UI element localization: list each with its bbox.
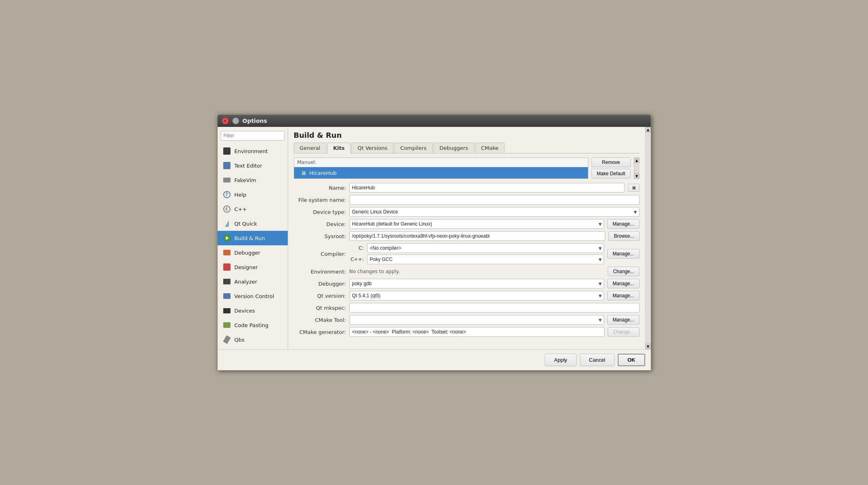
sidebar-label-build-run: Build & Run [235, 235, 265, 241]
sidebar-item-designer[interactable]: Designer [218, 260, 288, 274]
compiler-manage-button[interactable]: Manage... [607, 249, 639, 259]
tab-compilers[interactable]: Compilers [394, 143, 432, 153]
debugger-select[interactable]: poky gdb [349, 279, 604, 288]
debugger-row: Debugger: poky gdb ▼ Manage... [294, 279, 640, 288]
sidebar-item-help[interactable]: ? Help [218, 187, 288, 202]
qt-version-label: Qt version: [294, 293, 346, 299]
debugger-icon [222, 248, 231, 257]
environment-icon [222, 147, 231, 155]
device-type-row: Device type: Generic Linux Device ▼ [294, 207, 640, 217]
sidebar-item-debugger[interactable]: Debugger [218, 245, 288, 260]
cmake-tool-select-wrapper: ▼ [349, 315, 604, 325]
tab-kits[interactable]: Kits [327, 143, 351, 153]
sidebar-item-devices[interactable]: Devices [218, 303, 288, 318]
sidebar-item-fakevim[interactable]: FakeVim [218, 173, 288, 187]
code-pasting-icon [222, 321, 231, 330]
compiler-cpp-label: C++: [349, 257, 364, 262]
sidebar-item-build-run[interactable]: Build & Run [218, 231, 288, 245]
ok-button[interactable]: OK [618, 354, 645, 366]
compiler-c-select[interactable]: <No compiler> [367, 243, 604, 253]
kit-list-area: Manuel: 🖥 HicareHub Remove Make Default … [294, 158, 640, 179]
sidebar-label-version-control: Version Control [235, 293, 274, 299]
filesystem-name-label: File system name: [294, 197, 346, 203]
sidebar-label-cpp: C++ [235, 206, 247, 212]
cpp-icon: C [222, 205, 231, 213]
debugger-select-wrapper: poky gdb ▼ [349, 279, 604, 288]
qt-mkspec-input[interactable] [349, 303, 640, 313]
compiler-cpp-select-wrapper: Poky GCC ▼ [367, 255, 604, 264]
filesystem-name-input[interactable] [349, 195, 640, 205]
filter-input[interactable] [221, 131, 284, 141]
cancel-button[interactable]: Cancel [580, 354, 615, 366]
compiler-cpp-select[interactable]: Poky GCC [367, 255, 604, 264]
bottom-bar: Apply Cancel OK [218, 349, 651, 370]
devices-icon [222, 306, 231, 315]
section-title: Build & Run [294, 131, 640, 139]
tab-debuggers[interactable]: Debuggers [434, 143, 474, 153]
kit-list-item[interactable]: 🖥 HicareHub [294, 167, 588, 178]
sidebar-label-code-pasting: Code Pasting [235, 322, 269, 328]
qt-version-row: Qt version: Qt 5.4.1 (qt5) ▼ Manage... [294, 291, 640, 301]
name-label: Name: [294, 185, 346, 191]
environment-value: No changes to apply. [349, 269, 605, 274]
build-run-icon [222, 234, 231, 242]
sidebar-label-qt-quick: Qt Quick [235, 221, 257, 227]
apply-button[interactable]: Apply [545, 354, 577, 366]
sysroot-label: Sysroot: [294, 233, 346, 239]
tab-general[interactable]: General [294, 143, 326, 153]
device-manage-button[interactable]: Manage... [607, 219, 639, 229]
cmake-tool-manage-button[interactable]: Manage... [607, 315, 639, 325]
debugger-manage-button[interactable]: Manage... [607, 279, 639, 288]
device-type-select[interactable]: Generic Linux Device [349, 207, 640, 217]
cmake-tool-select[interactable] [349, 315, 604, 325]
device-label: Device: [294, 221, 346, 227]
sidebar-item-cpp[interactable]: C C++ [218, 202, 288, 216]
sidebar-item-code-pasting[interactable]: Code Pasting [218, 318, 288, 332]
main-scrollbar-down[interactable]: ▼ [645, 344, 651, 349]
name-monitor-button[interactable]: 🖥 [628, 184, 640, 192]
remove-button[interactable]: Remove [592, 158, 631, 167]
sysroot-input[interactable] [349, 231, 606, 241]
sidebar-item-qbs[interactable]: Qbs [218, 332, 288, 347]
close-button[interactable]: ✕ [222, 117, 229, 124]
qt-version-manage-button[interactable]: Manage... [607, 291, 639, 301]
scrollbar-down-button[interactable]: ▼ [634, 173, 640, 179]
scrollbar-up-button[interactable]: ▲ [634, 158, 640, 163]
sysroot-row: Sysroot: Browse... [294, 231, 640, 241]
sidebar-item-qt-quick[interactable]: Qt Quick [218, 216, 288, 231]
sidebar-item-environment[interactable]: Environment [218, 144, 288, 158]
cmake-generator-input[interactable] [349, 327, 605, 337]
name-input[interactable] [349, 183, 625, 193]
compiler-c-row: C: <No compiler> ▼ [349, 243, 604, 253]
sidebar-item-version-control[interactable]: Version Control [218, 289, 288, 303]
tabs-bar: General Kits Qt Versions Compilers Debug… [294, 143, 640, 153]
make-default-button[interactable]: Make Default [592, 169, 631, 178]
sidebar-item-text-editor[interactable]: Text Editor [218, 158, 288, 173]
kit-list-scrollbar[interactable]: ▲ ▼ [634, 158, 640, 179]
sidebar: Environment Text Editor FakeVim ? Help [218, 127, 288, 349]
sidebar-label-text-editor: Text Editor [235, 163, 262, 169]
minimize-button[interactable] [232, 117, 239, 124]
compiler-cpp-row: C++: Poky GCC ▼ [349, 255, 604, 264]
main-scrollbar-up[interactable]: ▲ [645, 127, 651, 133]
sysroot-browse-button[interactable]: Browse... [608, 231, 639, 241]
designer-icon [222, 263, 231, 272]
environment-change-button[interactable]: Change... [608, 267, 639, 276]
main-scrollbar[interactable]: ▲ ▼ [645, 127, 651, 349]
tab-qt-versions[interactable]: Qt Versions [351, 143, 393, 153]
qt-version-select-wrapper: Qt 5.4.1 (qt5) ▼ [349, 291, 604, 301]
sidebar-label-environment: Environment [235, 148, 268, 154]
tab-cmake[interactable]: CMake [475, 143, 505, 153]
sidebar-item-analyzer[interactable]: Analyzer [218, 274, 288, 289]
qt-mkspec-label: Qt mkspec: [294, 305, 346, 311]
qbs-icon [222, 335, 231, 344]
cmake-generator-change-button[interactable]: Change... [608, 327, 639, 337]
sidebar-label-designer: Designer [235, 264, 258, 270]
cmake-generator-label: CMake generator: [294, 329, 346, 335]
kit-list: Manuel: 🖥 HicareHub [294, 158, 588, 179]
cmake-tool-row: CMake Tool: ▼ Manage... [294, 315, 640, 325]
main-panel: Build & Run General Kits Qt Versions Com… [288, 127, 645, 349]
qt-version-select[interactable]: Qt 5.4.1 (qt5) [349, 291, 604, 301]
compiler-fields: C: <No compiler> ▼ C++: [349, 243, 604, 264]
device-select[interactable]: HicareHub (default for Generic Linux) [349, 219, 604, 229]
